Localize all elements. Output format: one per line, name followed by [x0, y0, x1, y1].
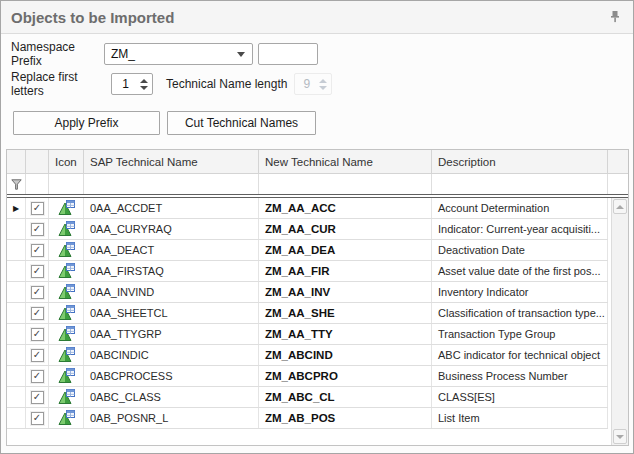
new-technical-name-cell[interactable]: ZM_AA_FIR: [259, 261, 432, 281]
filter-cell[interactable]: [49, 174, 84, 194]
row-icon-cell: [49, 282, 84, 302]
description-cell[interactable]: Deactivation Date: [432, 240, 608, 260]
filter-cell[interactable]: [432, 174, 608, 194]
description-cell[interactable]: Asset value date of the first pos...: [432, 261, 608, 281]
description-cell[interactable]: Indicator: Current-year acquisiti...: [432, 219, 608, 239]
stepper-arrows[interactable]: [139, 79, 152, 90]
table-row[interactable]: ✓ 0AA_DEACT ZM_AA_DEA Deactivation Date: [7, 240, 608, 261]
stepper-up-icon[interactable]: [140, 79, 148, 83]
namespace-prefix-label: Namespace Prefix: [11, 40, 104, 68]
row-checkbox[interactable]: ✓: [31, 286, 44, 299]
prefix-extra-input[interactable]: [258, 43, 318, 65]
cut-technical-names-button[interactable]: Cut Technical Names: [167, 111, 316, 135]
row-checkbox-cell[interactable]: ✓: [26, 219, 49, 239]
row-checkbox-cell[interactable]: ✓: [26, 303, 49, 323]
row-checkbox-cell[interactable]: ✓: [26, 324, 49, 344]
row-checkbox[interactable]: ✓: [31, 370, 44, 383]
scrollbar-down-button[interactable]: [613, 429, 627, 444]
row-checkbox-cell[interactable]: ✓: [26, 240, 49, 260]
row-indicator-cell: [7, 408, 26, 428]
scrollbar-up-button[interactable]: [613, 199, 627, 214]
sap-technical-name-cell[interactable]: 0ABCPROCESS: [84, 366, 259, 386]
new-technical-name-cell[interactable]: ZM_AA_ACC: [259, 198, 432, 218]
header-description-column[interactable]: Description: [432, 150, 608, 174]
stepper-down-icon[interactable]: [140, 86, 148, 90]
description-cell[interactable]: Business Process Number: [432, 366, 608, 386]
table-row[interactable]: ✓ 0ABC_CLASS ZM_ABC_CL CLASS[ES]: [7, 387, 608, 408]
description-cell[interactable]: Account Determination: [432, 198, 608, 218]
row-checkbox-cell[interactable]: ✓: [26, 345, 49, 365]
header-sap-technical-name-column[interactable]: SAP Technical Name: [84, 150, 259, 174]
filter-cell[interactable]: [259, 174, 432, 194]
description-cell[interactable]: List Item: [432, 408, 608, 428]
filter-cell[interactable]: [7, 174, 26, 194]
description-cell[interactable]: Transaction Type Group: [432, 324, 608, 344]
sap-technical-name-cell[interactable]: 0AA_INVIND: [84, 282, 259, 302]
replace-first-letters-stepper[interactable]: 1: [111, 73, 153, 95]
row-checkbox[interactable]: ✓: [31, 307, 44, 320]
table-row[interactable]: ✓ 0AA_CURYRAQ ZM_AA_CUR Indicator: Curre…: [7, 219, 608, 240]
row-checkbox[interactable]: ✓: [31, 349, 44, 362]
sap-technical-name-cell[interactable]: 0AA_TTYGRP: [84, 324, 259, 344]
sap-technical-name-cell[interactable]: 0AA_CURYRAQ: [84, 219, 259, 239]
header-icon-column[interactable]: Icon: [49, 150, 84, 174]
row-indicator-cell: [7, 345, 26, 365]
table-row[interactable]: ✓ 0AA_TTYGRP ZM_AA_TTY Transaction Type …: [7, 324, 608, 345]
header-new-technical-name-column[interactable]: New Technical Name: [259, 150, 432, 174]
pin-icon[interactable]: [609, 10, 621, 24]
row-checkbox-cell[interactable]: ✓: [26, 282, 49, 302]
new-technical-name-cell[interactable]: ZM_ABC_CL: [259, 387, 432, 407]
row-icon-cell: [49, 240, 84, 260]
row-checkbox[interactable]: ✓: [31, 328, 44, 341]
description-cell[interactable]: Classification of transaction type...: [432, 303, 608, 323]
new-technical-name-cell[interactable]: ZM_AA_TTY: [259, 324, 432, 344]
sap-technical-name-cell[interactable]: 0AA_DEACT: [84, 240, 259, 260]
description-cell[interactable]: CLASS[ES]: [432, 387, 608, 407]
new-technical-name-cell[interactable]: ZM_AA_INV: [259, 282, 432, 302]
namespace-prefix-combobox[interactable]: ZM_: [104, 43, 253, 65]
row-icon-cell: [49, 345, 84, 365]
grid-body: ▶ ✓ 0AA_ACCDET ZM_AA_ACC Account Determi…: [7, 198, 628, 445]
row-checkbox[interactable]: ✓: [31, 265, 44, 278]
row-checkbox-cell[interactable]: ✓: [26, 198, 49, 218]
vertical-scrollbar[interactable]: [611, 198, 628, 445]
new-technical-name-cell[interactable]: ZM_ABCIND: [259, 345, 432, 365]
description-cell[interactable]: ABC indicator for technical object: [432, 345, 608, 365]
scroll-up-icon: [616, 205, 624, 209]
new-technical-name-cell[interactable]: ZM_AA_CUR: [259, 219, 432, 239]
row-checkbox-cell[interactable]: ✓: [26, 408, 49, 428]
row-checkbox-cell[interactable]: ✓: [26, 261, 49, 281]
header-checkbox-cell[interactable]: [26, 150, 49, 174]
table-row[interactable]: ✓ 0ABCINDIC ZM_ABCIND ABC indicator for …: [7, 345, 608, 366]
row-checkbox-cell[interactable]: ✓: [26, 387, 49, 407]
row-checkbox[interactable]: ✓: [31, 244, 44, 257]
sap-technical-name-cell[interactable]: 0ABCINDIC: [84, 345, 259, 365]
row-checkbox[interactable]: ✓: [31, 202, 44, 215]
new-technical-name-cell[interactable]: ZM_AB_POS: [259, 408, 432, 428]
table-row[interactable]: ✓ 0ABCPROCESS ZM_ABCPRO Business Process…: [7, 366, 608, 387]
new-technical-name-cell[interactable]: ZM_AA_DEA: [259, 240, 432, 260]
table-row[interactable]: ✓ 0AA_INVIND ZM_AA_INV Inventory Indicat…: [7, 282, 608, 303]
scroll-down-icon: [616, 435, 624, 439]
sap-infoobject-icon: [58, 410, 75, 426]
apply-prefix-button[interactable]: Apply Prefix: [13, 111, 160, 135]
sap-technical-name-cell[interactable]: 0AB_POSNR_L: [84, 408, 259, 428]
row-checkbox[interactable]: ✓: [31, 223, 44, 236]
table-row[interactable]: ✓ 0AB_POSNR_L ZM_AB_POS List Item: [7, 408, 608, 429]
filter-cell[interactable]: [26, 174, 49, 194]
new-technical-name-cell[interactable]: ZM_ABCPRO: [259, 366, 432, 386]
sap-technical-name-cell[interactable]: 0AA_FIRSTAQ: [84, 261, 259, 281]
row-checkbox[interactable]: ✓: [31, 412, 44, 425]
row-checkbox[interactable]: ✓: [31, 391, 44, 404]
row-checkbox-cell[interactable]: ✓: [26, 366, 49, 386]
table-row[interactable]: ✓ 0AA_FIRSTAQ ZM_AA_FIR Asset value date…: [7, 261, 608, 282]
new-technical-name-cell[interactable]: ZM_AA_SHE: [259, 303, 432, 323]
table-row[interactable]: ✓ 0AA_SHEETCL ZM_AA_SHE Classification o…: [7, 303, 608, 324]
description-cell[interactable]: Inventory Indicator: [432, 282, 608, 302]
sap-technical-name-cell[interactable]: 0AA_ACCDET: [84, 198, 259, 218]
filter-cell[interactable]: [84, 174, 259, 194]
sap-technical-name-cell[interactable]: 0ABC_CLASS: [84, 387, 259, 407]
sap-technical-name-cell[interactable]: 0AA_SHEETCL: [84, 303, 259, 323]
row-indicator-cell: [7, 303, 26, 323]
table-row[interactable]: ▶ ✓ 0AA_ACCDET ZM_AA_ACC Account Determi…: [7, 198, 608, 219]
